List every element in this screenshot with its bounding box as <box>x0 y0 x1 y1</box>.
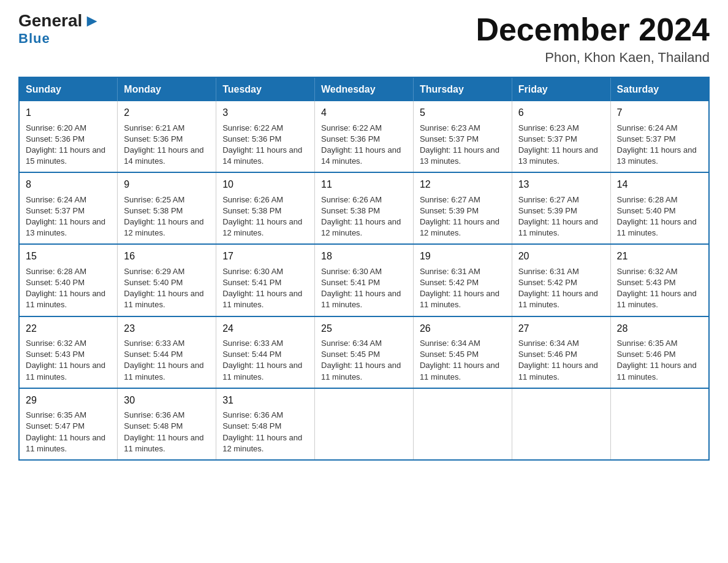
day-number: 5 <box>420 106 506 120</box>
day-number: 22 <box>26 322 111 335</box>
calendar-cell: 13 Sunrise: 6:27 AMSunset: 5:39 PMDaylig… <box>512 172 610 244</box>
day-number: 28 <box>617 322 702 335</box>
day-info: Sunrise: 6:32 AMSunset: 5:43 PMDaylight:… <box>26 338 111 383</box>
day-info: Sunrise: 6:31 AMSunset: 5:42 PMDaylight:… <box>420 266 506 311</box>
col-header-thursday: Thursday <box>413 77 512 101</box>
col-header-monday: Monday <box>118 77 216 101</box>
day-info: Sunrise: 6:35 AMSunset: 5:47 PMDaylight:… <box>26 410 111 454</box>
calendar-table: SundayMondayTuesdayWednesdayThursdayFrid… <box>18 77 710 461</box>
calendar-cell: 2 Sunrise: 6:21 AMSunset: 5:36 PMDayligh… <box>118 101 216 172</box>
calendar-week-row: 1 Sunrise: 6:20 AMSunset: 5:36 PMDayligh… <box>19 101 709 172</box>
day-info: Sunrise: 6:28 AMSunset: 5:40 PMDaylight:… <box>26 266 111 311</box>
calendar-cell <box>315 388 414 460</box>
day-number: 26 <box>420 322 506 335</box>
calendar-cell: 10 Sunrise: 6:26 AMSunset: 5:38 PMDaylig… <box>216 172 315 244</box>
day-info: Sunrise: 6:30 AMSunset: 5:41 PMDaylight:… <box>321 266 407 311</box>
calendar-cell: 28 Sunrise: 6:35 AMSunset: 5:46 PMDaylig… <box>610 316 709 388</box>
header-right: December 2024 Phon, Khon Kaen, Thailand <box>476 12 710 66</box>
month-title: December 2024 <box>476 12 710 47</box>
calendar-cell: 17 Sunrise: 6:30 AMSunset: 5:41 PMDaylig… <box>216 244 315 316</box>
calendar-cell: 19 Sunrise: 6:31 AMSunset: 5:42 PMDaylig… <box>413 244 512 316</box>
calendar-cell: 25 Sunrise: 6:34 AMSunset: 5:45 PMDaylig… <box>315 316 414 388</box>
day-info: Sunrise: 6:25 AMSunset: 5:38 PMDaylight:… <box>124 194 210 239</box>
day-info: Sunrise: 6:33 AMSunset: 5:44 PMDaylight:… <box>222 338 308 383</box>
day-number: 16 <box>124 250 210 263</box>
calendar-cell: 3 Sunrise: 6:22 AMSunset: 5:36 PMDayligh… <box>216 101 315 172</box>
col-header-tuesday: Tuesday <box>216 77 315 101</box>
day-info: Sunrise: 6:32 AMSunset: 5:43 PMDaylight:… <box>617 266 702 311</box>
calendar-week-row: 22 Sunrise: 6:32 AMSunset: 5:43 PMDaylig… <box>19 316 709 388</box>
calendar-header-row: SundayMondayTuesdayWednesdayThursdayFrid… <box>19 77 709 101</box>
day-info: Sunrise: 6:23 AMSunset: 5:37 PMDaylight:… <box>518 123 604 167</box>
calendar-cell: 27 Sunrise: 6:34 AMSunset: 5:46 PMDaylig… <box>512 316 610 388</box>
day-info: Sunrise: 6:36 AMSunset: 5:48 PMDaylight:… <box>222 410 308 454</box>
calendar-cell: 20 Sunrise: 6:31 AMSunset: 5:42 PMDaylig… <box>512 244 610 316</box>
day-info: Sunrise: 6:31 AMSunset: 5:42 PMDaylight:… <box>518 266 604 311</box>
calendar-cell: 30 Sunrise: 6:36 AMSunset: 5:48 PMDaylig… <box>118 388 216 460</box>
day-number: 29 <box>26 394 111 407</box>
logo-blue: Blue <box>18 31 50 47</box>
location-title: Phon, Khon Kaen, Thailand <box>476 50 710 66</box>
col-header-saturday: Saturday <box>610 77 709 101</box>
calendar-cell <box>413 388 512 460</box>
calendar-cell: 11 Sunrise: 6:26 AMSunset: 5:38 PMDaylig… <box>315 172 414 244</box>
day-number: 23 <box>124 322 210 335</box>
day-number: 27 <box>518 322 604 335</box>
calendar-cell: 9 Sunrise: 6:25 AMSunset: 5:38 PMDayligh… <box>118 172 216 244</box>
day-info: Sunrise: 6:34 AMSunset: 5:45 PMDaylight:… <box>321 338 407 383</box>
calendar-week-row: 8 Sunrise: 6:24 AMSunset: 5:37 PMDayligh… <box>19 172 709 244</box>
calendar-cell: 22 Sunrise: 6:32 AMSunset: 5:43 PMDaylig… <box>19 316 118 388</box>
col-header-friday: Friday <box>512 77 610 101</box>
day-number: 14 <box>617 178 702 191</box>
calendar-cell: 31 Sunrise: 6:36 AMSunset: 5:48 PMDaylig… <box>216 388 315 460</box>
day-info: Sunrise: 6:28 AMSunset: 5:40 PMDaylight:… <box>617 194 702 239</box>
calendar-cell: 18 Sunrise: 6:30 AMSunset: 5:41 PMDaylig… <box>315 244 414 316</box>
day-info: Sunrise: 6:22 AMSunset: 5:36 PMDaylight:… <box>222 123 308 167</box>
day-info: Sunrise: 6:24 AMSunset: 5:37 PMDaylight:… <box>617 123 702 167</box>
day-number: 2 <box>124 106 210 120</box>
day-number: 24 <box>222 322 308 335</box>
day-number: 20 <box>518 250 604 263</box>
day-info: Sunrise: 6:21 AMSunset: 5:36 PMDaylight:… <box>124 123 210 167</box>
col-header-wednesday: Wednesday <box>315 77 414 101</box>
day-info: Sunrise: 6:35 AMSunset: 5:46 PMDaylight:… <box>617 338 702 383</box>
day-info: Sunrise: 6:34 AMSunset: 5:46 PMDaylight:… <box>518 338 604 383</box>
day-number: 6 <box>518 106 604 120</box>
day-number: 31 <box>222 394 308 407</box>
day-number: 30 <box>124 394 210 407</box>
day-number: 25 <box>321 322 407 335</box>
day-number: 17 <box>222 250 308 263</box>
calendar-cell: 16 Sunrise: 6:29 AMSunset: 5:40 PMDaylig… <box>118 244 216 316</box>
calendar-cell: 21 Sunrise: 6:32 AMSunset: 5:43 PMDaylig… <box>610 244 709 316</box>
day-info: Sunrise: 6:26 AMSunset: 5:38 PMDaylight:… <box>321 194 407 239</box>
calendar-cell: 15 Sunrise: 6:28 AMSunset: 5:40 PMDaylig… <box>19 244 118 316</box>
day-info: Sunrise: 6:23 AMSunset: 5:37 PMDaylight:… <box>420 123 506 167</box>
calendar-cell: 7 Sunrise: 6:24 AMSunset: 5:37 PMDayligh… <box>610 101 709 172</box>
calendar-cell: 23 Sunrise: 6:33 AMSunset: 5:44 PMDaylig… <box>118 316 216 388</box>
day-number: 3 <box>222 106 308 120</box>
calendar-cell <box>512 388 610 460</box>
day-number: 1 <box>26 106 111 120</box>
day-info: Sunrise: 6:26 AMSunset: 5:38 PMDaylight:… <box>222 194 308 239</box>
logo-arrow-icon: ► <box>83 12 100 29</box>
day-info: Sunrise: 6:24 AMSunset: 5:37 PMDaylight:… <box>26 194 111 239</box>
calendar-cell <box>610 388 709 460</box>
day-number: 11 <box>321 178 407 191</box>
day-number: 18 <box>321 250 407 263</box>
calendar-cell: 8 Sunrise: 6:24 AMSunset: 5:37 PMDayligh… <box>19 172 118 244</box>
calendar-cell: 5 Sunrise: 6:23 AMSunset: 5:37 PMDayligh… <box>413 101 512 172</box>
calendar-cell: 24 Sunrise: 6:33 AMSunset: 5:44 PMDaylig… <box>216 316 315 388</box>
day-number: 10 <box>222 178 308 191</box>
calendar-week-row: 29 Sunrise: 6:35 AMSunset: 5:47 PMDaylig… <box>19 388 709 460</box>
logo-general: General <box>18 12 82 29</box>
calendar-week-row: 15 Sunrise: 6:28 AMSunset: 5:40 PMDaylig… <box>19 244 709 316</box>
day-number: 15 <box>26 250 111 263</box>
calendar-cell: 12 Sunrise: 6:27 AMSunset: 5:39 PMDaylig… <box>413 172 512 244</box>
day-info: Sunrise: 6:29 AMSunset: 5:40 PMDaylight:… <box>124 266 210 311</box>
day-number: 19 <box>420 250 506 263</box>
calendar-cell: 29 Sunrise: 6:35 AMSunset: 5:47 PMDaylig… <box>19 388 118 460</box>
logo: General ► Blue <box>18 12 100 47</box>
day-number: 8 <box>26 178 111 191</box>
calendar-cell: 4 Sunrise: 6:22 AMSunset: 5:36 PMDayligh… <box>315 101 414 172</box>
day-info: Sunrise: 6:36 AMSunset: 5:48 PMDaylight:… <box>124 410 210 454</box>
